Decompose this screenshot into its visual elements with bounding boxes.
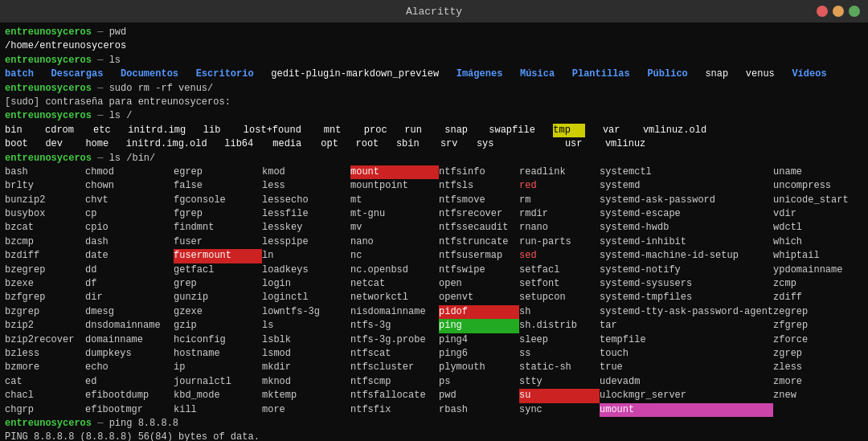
bin-ping: ping	[439, 319, 519, 333]
ping-header: PING 8.8.8.8 (8.8.8.8) 56(84) bytes of d…	[5, 431, 260, 441]
close-button[interactable]	[817, 6, 828, 17]
bin-cat: cat	[5, 375, 85, 389]
bin-busybox: busybox	[5, 207, 85, 221]
bin-run-parts: run-parts	[519, 235, 600, 249]
bin-mktemp: mktemp	[262, 389, 350, 402]
bin-ln: ln	[262, 249, 350, 263]
root-lib64: lib64	[224, 137, 272, 151]
prompt-user: entreunosyceros	[5, 26, 92, 39]
bin-chgrp: chgrp	[5, 403, 85, 417]
bin-lesspipe: lesspipe	[262, 235, 350, 249]
root-initrd: initrd.img	[128, 124, 203, 137]
cmd-ls: ls	[109, 54, 121, 67]
bin-nc: nc	[350, 249, 439, 263]
bin-ntfs-3g-probe: ntfs-3g.probe	[350, 333, 439, 347]
bin-grep: grep	[174, 277, 262, 291]
prompt-sep: —	[92, 26, 109, 39]
root-home: home	[85, 137, 125, 151]
minimize-button[interactable]	[833, 6, 844, 17]
bin-ntfsrecover: ntfsrecover	[439, 207, 519, 221]
bin-lessecho: lessecho	[262, 194, 350, 207]
bin-bzmore: bzmore	[5, 361, 85, 374]
bin-rbash: rbash	[439, 403, 519, 417]
ls-publico: Público	[647, 67, 705, 81]
bin-red: red	[519, 179, 600, 193]
bin-ntfsfix: ntfsfix	[350, 403, 439, 417]
terminal-line: entreunosyceros — ls	[5, 54, 863, 67]
bin-uncompress: uncompress	[773, 179, 849, 193]
terminal-window: Alacritty entreunosyceros — pwd /home/en…	[0, 0, 868, 441]
bin-rmdir: rmdir	[519, 207, 600, 221]
bin-systemd-tty-ask: systemd-tty-ask-password-agent	[600, 305, 773, 319]
bin-listing: bash brlty bunzip2 busybox bzcat bzcmp b…	[5, 165, 863, 417]
bin-ntfstruncate: ntfstruncate	[439, 235, 519, 249]
bin-bzip2recover: bzip2recover	[5, 333, 85, 347]
terminal-line: entreunosyceros — ping 8.8.8.8	[5, 417, 863, 431]
bin-zcmp: zcmp	[773, 277, 849, 291]
bin-sed: sed	[519, 249, 600, 263]
terminal-body[interactable]: entreunosyceros — pwd /home/entreunosyce…	[0, 22, 868, 441]
bin-col-2: chmod chown chvt cp cpio dash date dd df…	[85, 165, 174, 417]
prompt-user: entreunosyceros	[5, 152, 92, 165]
root-etc: etc	[93, 124, 128, 137]
bin-loginctl: loginctl	[262, 291, 350, 304]
bin-lsmod: lsmod	[262, 347, 350, 361]
bin-bzless: bzless	[5, 347, 85, 361]
bin-journalctl: journalctl	[174, 375, 262, 389]
bin-pwd: pwd	[439, 389, 519, 402]
terminal-line: [sudo] contraseña para entreunosyceros:	[5, 96, 863, 109]
bin-kmod: kmod	[262, 165, 350, 179]
bin-hostname: hostname	[174, 347, 262, 361]
bin-dumpkeys: dumpkeys	[85, 347, 174, 361]
bin-loadkeys: loadkeys	[262, 263, 350, 277]
bin-col-3: egrep false fgconsole fgrep findmnt fuse…	[174, 165, 262, 417]
bin-bzgrep: bzgrep	[5, 305, 85, 319]
bin-stty: stty	[519, 375, 600, 389]
bin-mt-gnu: mt-gnu	[350, 207, 439, 221]
bin-dmesg: dmesg	[85, 305, 174, 319]
prompt-sep: —	[92, 82, 109, 96]
root-proc: proc	[364, 124, 404, 137]
bin-dash: dash	[85, 235, 174, 249]
bin-chown: chown	[85, 179, 174, 193]
bin-zgrep: zgrep	[773, 347, 849, 361]
bin-systemd-escape: systemd-escape	[600, 207, 773, 221]
bin-bash: bash	[5, 165, 85, 179]
bin-cpio: cpio	[85, 221, 174, 235]
root-srv: srv	[440, 137, 477, 151]
root-sp2	[517, 137, 565, 151]
bin-domainname: domainname	[85, 333, 174, 347]
root-cdrom: cdrom	[45, 124, 93, 137]
root-lostfound: lost+found	[244, 124, 324, 137]
bin-bzip2: bzip2	[5, 319, 85, 333]
terminal-line: entreunosyceros — sudo rm -rf venus/	[5, 82, 863, 96]
root-dev: dev	[45, 137, 85, 151]
prompt-user: entreunosyceros	[5, 109, 92, 123]
bin-zmore: zmore	[773, 375, 849, 389]
bin-mt: mt	[350, 194, 439, 207]
bin-zegrep: zegrep	[773, 305, 849, 319]
bin-systemd-machine-id-setup: systemd-machine-id-setup	[600, 249, 773, 263]
bin-nc-openbsd: nc.openbsd	[350, 263, 439, 277]
bin-tar: tar	[600, 319, 773, 333]
bin-bzfgrep: bzfgrep	[5, 291, 85, 304]
prompt-sep: —	[92, 417, 109, 431]
bin-znew: znew	[773, 389, 849, 402]
bin-systemd-ask-password: systemd-ask-password	[600, 194, 773, 207]
root-sbin: sbin	[396, 137, 440, 151]
bin-kbd_mode: kbd_mode	[174, 389, 262, 402]
bin-brlty: brlty	[5, 179, 85, 193]
bin-networkctl: networkctl	[350, 291, 439, 304]
bin-less: less	[262, 179, 350, 193]
bin-bzexe: bzexe	[5, 277, 85, 291]
root-swapfile: swapfile	[489, 124, 553, 137]
bin-more: more	[262, 403, 350, 417]
bin-ntfscmp: ntfscmp	[350, 375, 439, 389]
maximize-button[interactable]	[849, 6, 860, 17]
bin-lsblk: lsblk	[262, 333, 350, 347]
bin-sleep: sleep	[519, 333, 600, 347]
bin-ping4: ping4	[439, 333, 519, 347]
bin-ntfsusermap: ntfsusermap	[439, 249, 519, 263]
bin-fuser: fuser	[174, 235, 262, 249]
ls-batch: batch	[5, 67, 51, 81]
